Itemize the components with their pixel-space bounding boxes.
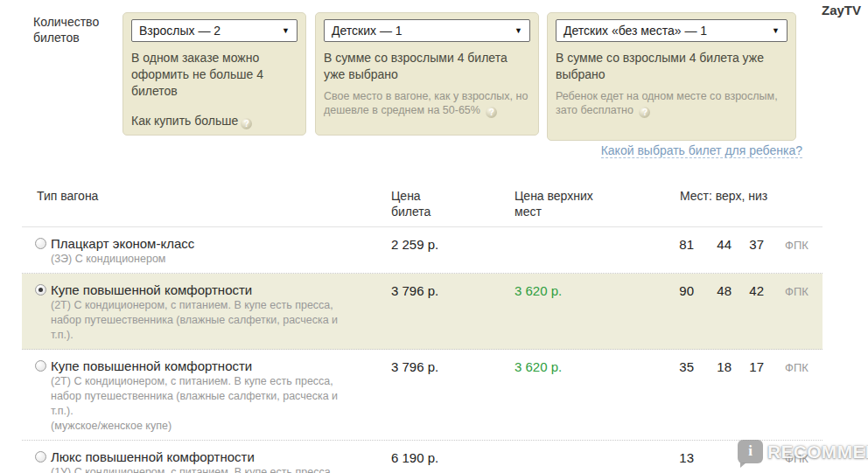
upper-berth-price: 3 620 р. [514, 358, 646, 434]
car-type-desc-extra: (мужское/женское купе) [51, 419, 359, 434]
help-icon[interactable]: ? [486, 107, 497, 118]
seats-upper: 18 [694, 358, 732, 434]
children-note: В сумме со взрослыми 4 билета уже выбран… [324, 50, 530, 83]
header-upper-berth-price: Цена верхних мест [514, 188, 612, 219]
seats-upper [694, 449, 732, 473]
upper-berth-price [514, 449, 646, 473]
header-car-type: Тип вагона [22, 188, 391, 219]
children-noseat-select[interactable]: Детских «без места» — 1 ▼ [556, 19, 788, 42]
children-hint: Свое место в вагоне, как у взрослых, но … [324, 89, 530, 118]
children-select-value: Детских — 1 [332, 24, 402, 38]
ticket-price: 6 190 р. [391, 449, 514, 473]
header-ticket-price: Цена билета [391, 188, 444, 219]
car-type-desc: (2Т) С кондиционером, с питанием. В купе… [51, 374, 359, 419]
seats-lower: 37 [732, 236, 764, 267]
children-noseat-hint-text: Ребенок едет на одном месте со взрослым,… [556, 90, 778, 116]
children-noseat-select-value: Детских «без места» — 1 [564, 24, 707, 38]
children-panel: Детских — 1 ▼ В сумме со взрослыми 4 бил… [315, 12, 539, 136]
ticket-selection-page: Количество билетов Взрослых — 2 ▼ В одно… [0, 0, 868, 473]
ticket-price: 3 796 р. [391, 358, 514, 434]
ticket-price: 3 796 р. [391, 282, 514, 343]
seats-lower: 42 [732, 282, 764, 343]
zaytv-watermark: ZayTV [822, 3, 861, 17]
which-child-ticket-link[interactable]: Какой выбрать билет для ребенка? [601, 143, 802, 158]
seats-total: 90 [646, 282, 694, 343]
help-icon[interactable]: ? [639, 107, 650, 118]
chevron-down-icon: ▼ [282, 26, 290, 35]
radio-button[interactable] [35, 451, 46, 463]
radio-button[interactable] [35, 360, 46, 372]
seats-total: 81 [646, 236, 694, 267]
table-row[interactable]: Купе повышенной комфортности (2Т) С конд… [22, 350, 822, 441]
carrier-label: ФПК [764, 237, 822, 267]
car-type-desc: (1У) С кондиционером, с питанием. В купе… [51, 465, 359, 473]
header-seats: Мест: верх, низ [646, 188, 822, 219]
children-select[interactable]: Детских — 1 ▼ [324, 19, 530, 42]
ticket-price: 2 259 р. [391, 236, 514, 267]
car-type-name: Купе повышенной комфортности [51, 282, 391, 298]
seats-upper: 48 [694, 282, 732, 343]
car-type-name: Купе повышенной комфортности [51, 358, 391, 374]
upper-berth-price: 3 620 р. [514, 282, 646, 343]
seats-total: 13 [646, 449, 694, 473]
children-noseat-panel: Детских «без места» — 1 ▼ В сумме со взр… [547, 12, 796, 141]
recommend-watermark: i RECOMMEND.RU [738, 440, 868, 463]
adults-note: В одном заказе можно оформить не больше … [131, 50, 298, 100]
recommend-watermark-text: RECOMMEND.RU [767, 442, 868, 463]
seats-total: 35 [646, 358, 694, 434]
chevron-down-icon: ▼ [772, 26, 780, 35]
carrier-label: ФПК [764, 359, 822, 434]
table-row[interactable]: Плацкарт эконом-класс (3Э) С кондиционер… [22, 227, 822, 274]
seats-lower: 17 [732, 358, 764, 434]
car-type-name: Люкс повышенной комфортности [51, 449, 391, 465]
ticket-quantity-label: Количество билетов [33, 14, 121, 45]
upper-berth-price [514, 236, 646, 267]
table-row[interactable]: Купе повышенной комфортности (2Т) С конд… [22, 274, 822, 350]
buy-more-link-label: Как купить больше [131, 114, 238, 128]
adults-select-value: Взрослых — 2 [139, 24, 220, 38]
buy-more-link[interactable]: Как купить больше? [131, 113, 298, 129]
speech-bubble-icon: i [738, 440, 763, 463]
adults-panel: Взрослых — 2 ▼ В одном заказе можно офор… [122, 12, 306, 136]
car-type-name: Плацкарт эконом-класс [51, 235, 391, 252]
car-type-table: Тип вагона Цена билета Цена верхних мест… [22, 179, 822, 473]
children-hint-text: Свое место в вагоне, как у взрослых, но … [324, 90, 528, 116]
adults-select[interactable]: Взрослых — 2 ▼ [131, 19, 298, 42]
children-noseat-hint: Ребенок едет на одном месте со взрослым,… [556, 89, 788, 118]
table-header-row: Тип вагона Цена билета Цена верхних мест… [22, 179, 822, 227]
carrier-label: ФПК [764, 283, 822, 343]
children-noseat-note: В сумме со взрослыми 4 билета уже выбран… [556, 50, 788, 83]
table-row[interactable]: Люкс повышенной комфортности (1У) С конд… [22, 441, 822, 473]
chevron-down-icon: ▼ [514, 26, 522, 35]
help-icon[interactable]: ? [241, 118, 252, 129]
car-type-desc: (3Э) С кондиционером [51, 252, 359, 267]
radio-button[interactable] [35, 238, 46, 249]
car-type-desc: (2Т) С кондиционером, с питанием. В купе… [51, 298, 359, 343]
radio-button[interactable] [35, 284, 46, 296]
seats-upper: 44 [694, 236, 732, 267]
